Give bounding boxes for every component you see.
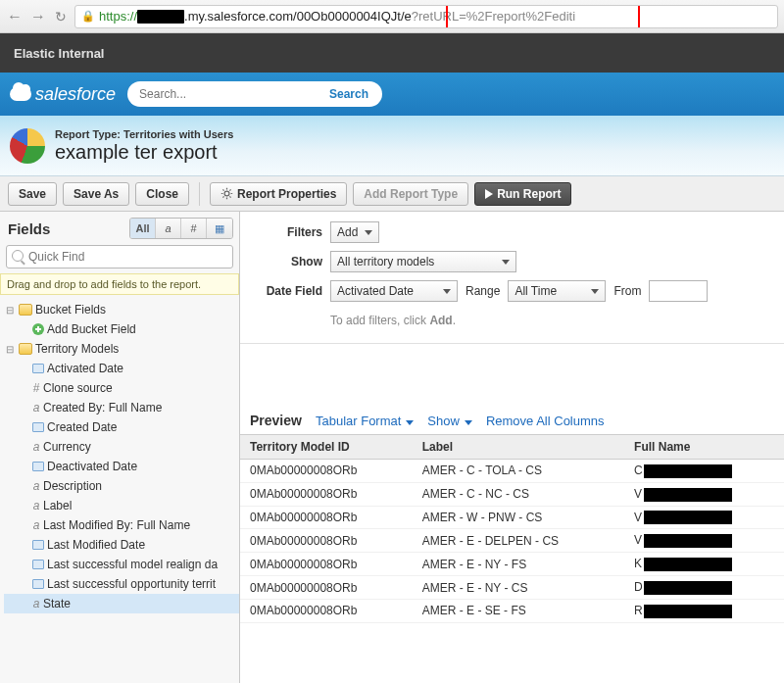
table-row: 0MAb00000008ORbAMER - E - NY - FSK (240, 553, 784, 576)
search-button[interactable]: Search (319, 87, 378, 101)
field-item[interactable]: aDescription (4, 476, 239, 496)
text-type-icon: a (29, 440, 43, 454)
run-report-button[interactable]: Run Report (474, 182, 571, 206)
field-item[interactable]: Last successful model realign da (4, 555, 239, 574)
collapse-icon[interactable]: ⊟ (4, 305, 16, 316)
col-label[interactable]: Label (413, 435, 624, 460)
tab-text[interactable]: a (156, 219, 181, 238)
cell-id: 0MAb00000008ORb (240, 576, 413, 600)
save-button[interactable]: Save (8, 182, 57, 206)
field-item[interactable]: Last successful opportunity territ (4, 574, 239, 594)
cell-fullname: V (624, 506, 784, 529)
redacted-name (644, 488, 732, 502)
search-input[interactable] (139, 87, 319, 101)
show-dropdown[interactable]: All territory models (330, 251, 516, 272)
from-date-input[interactable] (649, 280, 708, 302)
report-toolbar: Save Save As Close Report Properties Add… (0, 176, 784, 212)
table-row: 0MAb00000008ORbAMER - C - NC - CSV (240, 482, 784, 506)
browser-toolbar: ← → ↻ 🔒 https://.my.salesforce.com/00Ob0… (0, 0, 784, 33)
field-item[interactable]: aLabel (4, 496, 239, 515)
back-icon[interactable]: ← (6, 8, 24, 25)
field-item[interactable]: aCreated By: Full Name (4, 398, 239, 417)
field-label: Deactivated Date (47, 460, 137, 473)
date-type-icon (32, 579, 44, 589)
redacted-subdomain (137, 10, 184, 24)
table-row: 0MAb00000008ORbAMER - E - SE - FSR (240, 599, 784, 622)
filters-label: Filters (254, 225, 322, 239)
fields-heading: Fields (8, 220, 50, 237)
date-type-icon (32, 540, 44, 550)
tab-all[interactable]: All (130, 219, 156, 238)
report-title-band: Report Type: Territories with Users exam… (0, 116, 784, 176)
show-label: Show (254, 255, 322, 268)
folder-icon (19, 343, 32, 355)
col-territory-model-id[interactable]: Territory Model ID (240, 435, 413, 460)
cell-fullname: D (624, 576, 784, 600)
fields-panel: Fields All a # ▦ Drag and drop to add fi… (0, 212, 240, 683)
field-item[interactable]: #Clone source (4, 378, 239, 398)
close-button[interactable]: Close (135, 182, 189, 206)
cell-fullname: R (624, 599, 784, 622)
field-label: Last Modified Date (47, 538, 145, 552)
add-report-type-button[interactable]: Add Report Type (353, 182, 468, 206)
redacted-name (644, 464, 732, 478)
play-icon (485, 189, 493, 199)
field-label: State (43, 597, 71, 610)
add-icon (32, 323, 44, 335)
field-item[interactable]: Created Date (4, 417, 239, 437)
refresh-icon[interactable]: ↻ (53, 9, 69, 24)
from-label: From (613, 284, 641, 298)
cell-id: 0MAb00000008ORb (240, 553, 413, 576)
folder-territory-models[interactable]: ⊟ Territory Models (4, 339, 239, 359)
field-item[interactable]: aLast Modified By: Full Name (4, 515, 239, 535)
date-field-label: Date Field (254, 284, 322, 298)
field-label: Activated Date (47, 362, 123, 375)
date-type-icon (32, 462, 44, 471)
text-type-icon: a (29, 597, 43, 610)
add-bucket-field[interactable]: Add Bucket Field (4, 319, 239, 339)
redacted-name (644, 534, 732, 548)
field-item[interactable]: Activated Date (4, 359, 239, 378)
forward-icon[interactable]: → (29, 8, 47, 25)
range-dropdown[interactable]: All Time (508, 280, 606, 302)
url-bar[interactable]: 🔒 https://.my.salesforce.com/00Ob0000004… (74, 5, 778, 28)
date-field-dropdown[interactable]: Activated Date (330, 280, 458, 302)
range-label: Range (466, 284, 500, 298)
remove-all-columns-link[interactable]: Remove All Columns (486, 414, 605, 428)
field-label: Currency (43, 440, 91, 454)
field-item[interactable]: Last Modified Date (4, 535, 239, 555)
redacted-name (644, 581, 732, 595)
add-filter-dropdown[interactable]: Add (330, 221, 379, 243)
date-type-icon (32, 560, 44, 569)
cell-fullname: C (624, 460, 784, 483)
report-properties-button[interactable]: Report Properties (210, 182, 347, 206)
text-type-icon: a (29, 499, 43, 512)
tab-date[interactable]: ▦ (207, 219, 232, 238)
report-canvas: Filters Add Show All territory models Da… (240, 212, 784, 683)
folder-bucket-fields[interactable]: ⊟ Bucket Fields (4, 300, 239, 319)
field-label: Created Date (47, 420, 117, 434)
table-row: 0MAb00000008ORbAMER - C - TOLA - CSC (240, 460, 784, 483)
search-icon (12, 250, 24, 262)
tab-number[interactable]: # (181, 219, 207, 238)
field-label: Last Modified By: Full Name (43, 518, 190, 532)
collapse-icon[interactable]: ⊟ (4, 344, 16, 355)
text-type-icon: a (29, 518, 43, 532)
field-item[interactable]: aCurrency (4, 437, 239, 457)
url-text: https://.my.salesforce.com/00Ob0000004IQ… (99, 9, 575, 24)
text-type-icon: a (29, 479, 43, 493)
cloud-icon (10, 87, 31, 101)
table-row: 0MAb00000008ORbAMER - E - NY - CSD (240, 576, 784, 600)
toolbar-separator (199, 182, 200, 206)
save-as-button[interactable]: Save As (63, 182, 129, 206)
global-search: Search (127, 81, 382, 107)
field-item[interactable]: Deactivated Date (4, 457, 239, 476)
salesforce-logo: salesforce (10, 84, 116, 105)
field-item[interactable]: aState (4, 594, 239, 613)
format-dropdown[interactable]: Tabular Format (316, 414, 414, 428)
cell-id: 0MAb00000008ORb (240, 599, 413, 622)
cell-label: AMER - E - SE - FS (413, 599, 624, 622)
show-dropdown-preview[interactable]: Show (427, 414, 472, 428)
quick-find-input[interactable] (6, 245, 233, 268)
col-full-name[interactable]: Full Name (624, 435, 784, 460)
